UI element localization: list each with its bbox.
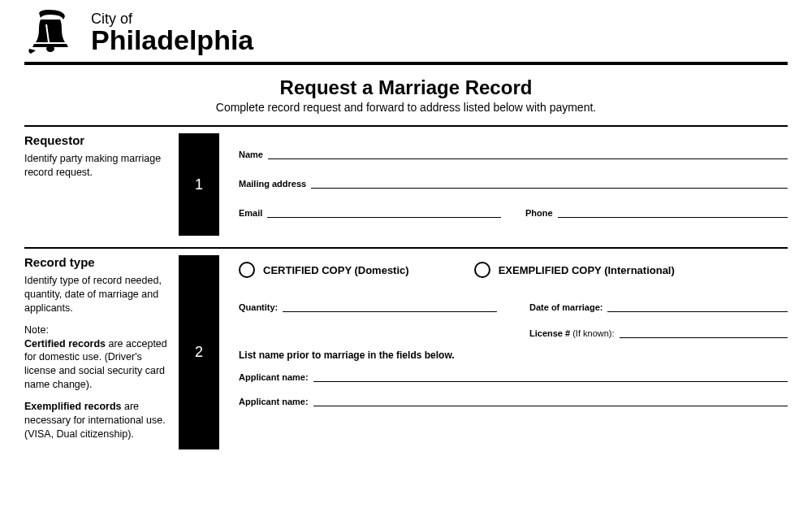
phone-input[interactable] [558,206,788,218]
mailing-label: Mailing address [239,179,306,189]
name-input[interactable] [268,148,788,159]
radio-circle-icon [474,262,490,278]
record-type-heading: Record type [24,255,171,269]
phone-label: Phone [525,208,553,218]
date-marriage-label: Date of marriage: [529,302,603,312]
applicant-name-1-label: Applicant name: [239,372,309,382]
email-label: Email [239,208,262,218]
step-number-2: 2 [179,255,219,449]
name-label: Name [239,150,263,159]
applicant-name-1-input[interactable] [313,371,788,382]
record-type-desc: Identify type of record needed, quantity… [24,274,171,315]
quantity-label: Quantity: [239,302,278,312]
note-label: Note: [24,324,49,336]
step-number-1: 1 [179,133,219,236]
page-header: City of Philadelphia [24,8,788,57]
requestor-heading: Requestor [24,133,171,147]
radio-exemplified-copy[interactable]: EXEMPLIFIED COPY (International) [474,262,675,278]
section-divider-2 [24,247,788,249]
radio-certified-copy[interactable]: CERTIFIED COPY (Domestic) [239,262,409,278]
applicant-name-2-label: Applicant name: [239,397,309,406]
note-certified-bold: Certified records [24,338,106,350]
mailing-input[interactable] [311,177,788,189]
applicant-name-2-input[interactable] [313,395,788,406]
license-input[interactable] [620,327,788,338]
radio-exemplified-label: EXEMPLIFIED COPY (International) [499,264,675,276]
liberty-bell-icon [24,8,81,57]
quantity-input[interactable] [283,301,497,312]
logo-philadelphia: Philadelphia [91,26,253,54]
email-input[interactable] [267,206,501,218]
requestor-desc: Identify party making marriage record re… [24,152,171,180]
note-exemplified-bold: Exemplified records [24,401,122,412]
section-divider-1 [24,125,788,127]
section-record-type: Record type Identify type of record need… [24,255,788,449]
radio-certified-label: CERTIFIED COPY (Domestic) [263,264,409,276]
radio-circle-icon [239,262,255,278]
date-marriage-input[interactable] [607,301,788,312]
list-name-instruction: List name prior to marriage in the field… [239,350,788,361]
page-title: Request a Marriage Record [24,76,788,99]
header-divider [24,62,788,65]
svg-point-0 [46,46,54,52]
page-title-block: Request a Marriage Record Complete recor… [24,76,788,114]
section-requestor: Requestor Identify party making marriage… [24,133,788,236]
page-subtitle: Complete record request and forward to a… [24,101,788,114]
license-label: License # (If known): [529,328,615,338]
